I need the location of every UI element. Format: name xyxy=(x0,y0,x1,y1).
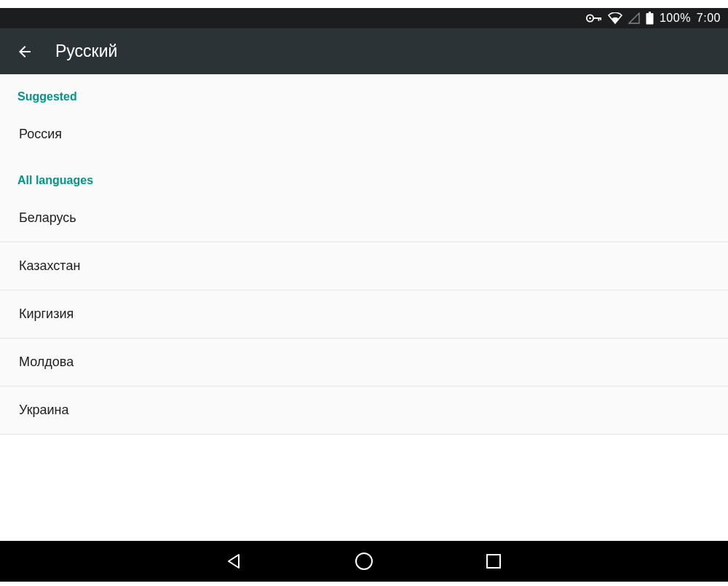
nav-back-button[interactable] xyxy=(224,551,245,571)
page-title: Русский xyxy=(55,41,117,61)
svg-rect-5 xyxy=(649,12,651,13)
screen-outer: 100% 7:00 Русский Suggested Россия All l… xyxy=(0,0,728,586)
list-item-moldova[interactable]: Молдова xyxy=(0,338,728,387)
list-item-russia[interactable]: Россия xyxy=(0,111,728,158)
svg-rect-3 xyxy=(598,17,599,21)
back-button[interactable] xyxy=(16,43,33,60)
circle-home-icon xyxy=(355,552,373,571)
list-item-label: Беларусь xyxy=(19,210,76,225)
list-item-label: Россия xyxy=(19,127,62,141)
list-item-label: Киргизия xyxy=(19,306,74,321)
wifi-icon xyxy=(608,12,622,24)
list-item-kazakhstan[interactable]: Казахстан xyxy=(0,242,728,290)
section-header-all: All languages xyxy=(0,158,728,194)
list-item-ukraine[interactable]: Украина xyxy=(0,387,728,435)
svg-rect-8 xyxy=(487,555,500,568)
arrow-back-icon xyxy=(16,43,33,60)
signal-icon xyxy=(628,12,640,24)
svg-rect-2 xyxy=(593,17,601,19)
device-frame: 100% 7:00 Русский Suggested Россия All l… xyxy=(0,8,728,435)
navigation-bar xyxy=(0,541,728,582)
section-header-suggested: Suggested xyxy=(0,74,728,111)
list-item-label: Казахстан xyxy=(19,258,80,273)
svg-point-7 xyxy=(356,553,372,569)
vpn-key-icon xyxy=(586,14,602,23)
svg-rect-4 xyxy=(600,17,601,20)
svg-rect-6 xyxy=(646,13,653,25)
list-item-kyrgyzstan[interactable]: Киргизия xyxy=(0,290,728,338)
app-bar: Русский xyxy=(0,28,728,74)
battery-percentage: 100% xyxy=(660,12,691,25)
list-item-label: Украина xyxy=(19,403,69,417)
list-item-label: Молдова xyxy=(19,355,74,369)
svg-point-1 xyxy=(589,17,591,20)
triangle-back-icon xyxy=(226,553,243,570)
clock: 7:00 xyxy=(697,12,721,25)
nav-home-button[interactable] xyxy=(354,551,374,571)
square-recent-icon xyxy=(486,553,502,569)
battery-icon xyxy=(646,12,654,25)
list-item-belarus[interactable]: Беларусь xyxy=(0,194,728,242)
nav-recent-button[interactable] xyxy=(483,551,504,571)
status-bar: 100% 7:00 xyxy=(0,8,728,28)
content-area: Suggested Россия All languages Беларусь … xyxy=(0,74,728,435)
